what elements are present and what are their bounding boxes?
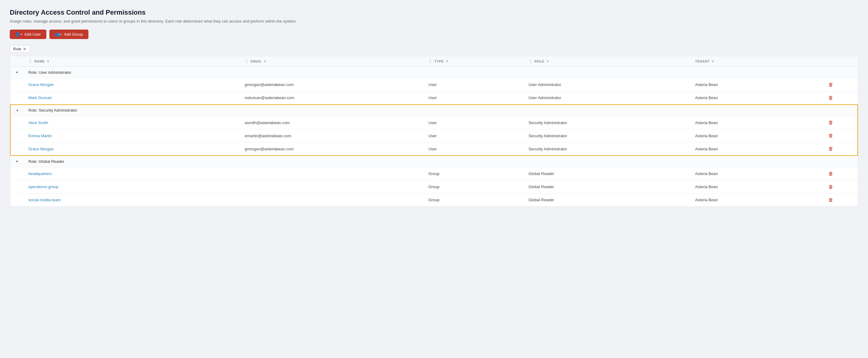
type-cell: Group	[424, 180, 524, 193]
delete-button[interactable]: 🗑	[828, 197, 833, 203]
email-cell: mduncan@asteriabean.com	[241, 91, 424, 105]
add-user-button[interactable]: 👤+ Add User	[10, 30, 46, 39]
name-link[interactable]: operations-group	[28, 184, 58, 189]
permissions-table: ⋮ NAME ▼ ⋮ EMAIL ▼ ⋮	[10, 56, 858, 206]
delete-button[interactable]: 🗑	[828, 133, 833, 139]
add-user-icon: 👤+	[15, 32, 23, 37]
dots-name: ⋮	[28, 59, 32, 63]
delete-button[interactable]: 🗑	[828, 146, 833, 152]
toggle-spacer	[10, 78, 24, 91]
toggle-spacer	[10, 116, 24, 129]
action-cell: 🗑	[824, 91, 858, 105]
group-header-security-admin: ▼ Role: Security Administrator	[10, 105, 858, 116]
role-cell: Global Reader	[524, 167, 691, 180]
table-row: Grace Morgan gmorgan@asteriabean.com Use…	[10, 142, 858, 156]
delete-button[interactable]: 🗑	[828, 82, 833, 88]
action-cell: 🗑	[824, 129, 858, 142]
table-row: Grace Morgan gmorgan@asteriabean.com Use…	[10, 78, 858, 91]
tenant-cell: Asteria Bean	[691, 193, 824, 206]
filter-email-icon[interactable]: ▼	[264, 59, 267, 63]
group-label: Role: Security Administrator	[24, 105, 858, 116]
name-cell: Alice Smith	[24, 116, 241, 129]
name-link[interactable]: Grace Morgan	[28, 82, 54, 87]
role-filter-tag[interactable]: Role ✕	[10, 45, 30, 53]
group-label: Role: Global Reader	[24, 155, 858, 167]
group-toggle-btn[interactable]: ▼	[14, 159, 20, 164]
role-cell: Global Reader	[524, 193, 691, 206]
name-cell: headquarters	[24, 167, 241, 180]
name-link[interactable]: social-media-team	[28, 198, 61, 202]
group-header-user-admin: ▼ Role: User Administrator	[10, 67, 858, 78]
email-cell	[241, 180, 424, 193]
filter-type-icon[interactable]: ▼	[445, 59, 448, 63]
delete-button[interactable]: 🗑	[828, 120, 833, 125]
type-cell: User	[424, 78, 524, 91]
filter-name-icon[interactable]: ▼	[46, 59, 50, 63]
tenant-cell: Asteria Bean	[691, 167, 824, 180]
group-label: Role: User Administrator	[24, 67, 858, 78]
name-cell: social-media-team	[24, 193, 241, 206]
action-cell: 🗑	[824, 142, 858, 156]
table-row: Mark Duncan mduncan@asteriabean.com User…	[10, 91, 858, 105]
name-link[interactable]: Grace Morgan	[28, 147, 54, 151]
add-group-icon: 👥+	[55, 32, 62, 37]
table-header-row: ⋮ NAME ▼ ⋮ EMAIL ▼ ⋮	[10, 56, 858, 67]
email-cell: asmith@asteriabean.com	[241, 116, 424, 129]
th-type: ⋮ TYPE ▼	[424, 56, 524, 67]
tenant-cell: Asteria Bean	[691, 91, 824, 105]
group-toggle-cell: ▼	[10, 67, 24, 78]
th-action	[824, 56, 858, 67]
type-cell: User	[424, 129, 524, 142]
action-cell: 🗑	[824, 193, 858, 206]
page-subtitle: Assign roles, manage access, and grant p…	[10, 19, 858, 24]
toggle-spacer	[10, 91, 24, 105]
th-name: ⋮ NAME ▼	[24, 56, 241, 67]
action-cell: 🗑	[824, 116, 858, 129]
type-cell: Group	[424, 193, 524, 206]
role-cell: User Administrator	[524, 78, 691, 91]
role-cell: Security Administrator	[524, 129, 691, 142]
table-row: headquarters Group Global Reader Asteria…	[10, 167, 858, 180]
name-cell: Grace Morgan	[24, 78, 241, 91]
type-cell: User	[424, 116, 524, 129]
filter-bar: Role ✕	[10, 45, 858, 53]
role-cell: Security Administrator	[524, 142, 691, 156]
filter-tenant-icon[interactable]: ▼	[711, 59, 715, 63]
delete-button[interactable]: 🗑	[828, 95, 833, 101]
toggle-spacer	[10, 180, 24, 193]
th-toggle	[10, 56, 24, 67]
email-cell	[241, 167, 424, 180]
table-row: social-media-team Group Global Reader As…	[10, 193, 858, 206]
email-cell: gmorgan@asteriabean.com	[241, 78, 424, 91]
dots-type: ⋮	[428, 59, 432, 63]
action-cell: 🗑	[824, 78, 858, 91]
filter-close-icon[interactable]: ✕	[23, 47, 27, 51]
email-cell	[241, 193, 424, 206]
add-group-button[interactable]: 👥+ Add Group	[50, 30, 88, 39]
type-cell: User	[424, 91, 524, 105]
group-toggle-btn[interactable]: ▼	[14, 70, 20, 75]
toggle-spacer	[10, 193, 24, 206]
email-cell: gmorgan@asteriabean.com	[241, 142, 424, 156]
tenant-cell: Asteria Bean	[691, 78, 824, 91]
table-row: operations-group Group Global Reader Ast…	[10, 180, 858, 193]
delete-button[interactable]: 🗑	[828, 184, 833, 190]
name-link[interactable]: headquarters	[28, 171, 52, 176]
group-header-global-reader: ▼ Role: Global Reader	[10, 155, 858, 167]
name-link[interactable]: Emma Martin	[28, 133, 52, 138]
name-link[interactable]: Mark Duncan	[28, 95, 52, 100]
table-row: Emma Martin emartin@asteriabean.com User…	[10, 129, 858, 142]
delete-button[interactable]: 🗑	[828, 171, 833, 177]
toggle-spacer	[10, 129, 24, 142]
name-cell: operations-group	[24, 180, 241, 193]
toggle-spacer	[10, 142, 24, 156]
name-link[interactable]: Alice Smith	[28, 120, 48, 125]
table-row: Alice Smith asmith@asteriabean.com User …	[10, 116, 858, 129]
dots-role: ⋮	[529, 59, 533, 63]
filter-role-icon[interactable]: ▼	[546, 59, 549, 63]
tenant-cell: Asteria Bean	[691, 180, 824, 193]
th-tenant: TENANT ▼	[691, 56, 824, 67]
role-cell: Global Reader	[524, 180, 691, 193]
toggle-spacer	[10, 167, 24, 180]
group-toggle-btn[interactable]: ▼	[15, 108, 20, 113]
